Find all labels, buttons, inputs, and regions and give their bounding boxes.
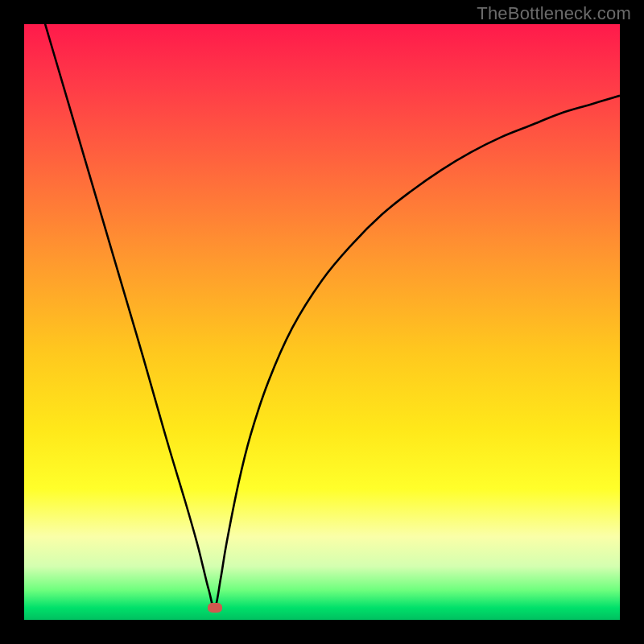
plot-area: [24, 24, 620, 620]
minimum-marker: [208, 603, 222, 613]
watermark-text: TheBottleneck.com: [477, 3, 631, 24]
chart-frame: TheBottleneck.com: [0, 0, 644, 644]
bottleneck-curve-svg: [24, 24, 620, 620]
bottleneck-curve-path: [24, 24, 620, 609]
